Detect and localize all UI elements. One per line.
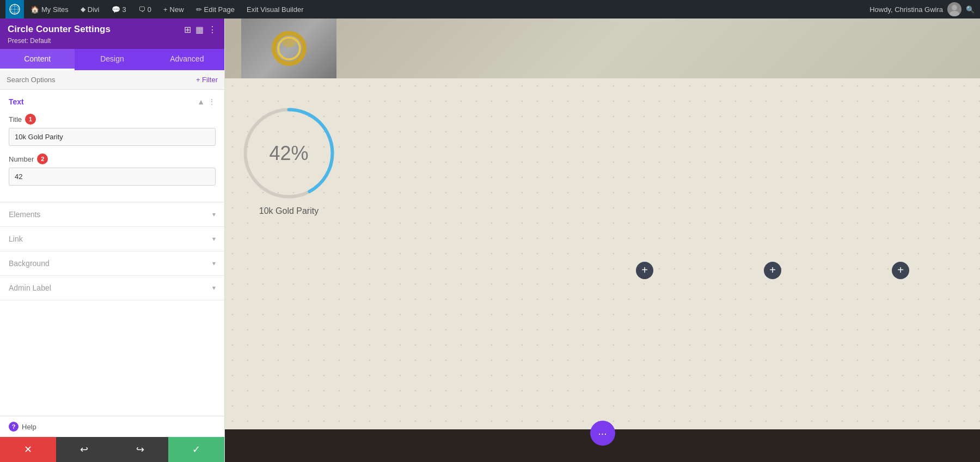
section-text-body: Title 1 Number 2 (0, 114, 224, 202)
title-input[interactable] (9, 128, 216, 146)
section-link: Link ▾ (0, 227, 224, 251)
chevron-down-icon-link[interactable]: ▾ (212, 235, 216, 243)
divi-menu[interactable]: ◆ Divi (76, 0, 104, 19)
svg-point-2 (950, 11, 959, 16)
number-field-label: Number 2 (9, 153, 216, 164)
divi-icon: ◆ (81, 5, 85, 13)
comments2-count: 0 (148, 5, 151, 14)
section-elements: Elements ▾ (0, 202, 224, 227)
add-col-button-2[interactable]: + (764, 262, 781, 279)
preset-dropdown[interactable]: Preset: Default (8, 37, 217, 45)
title-field-row: Title 1 (9, 114, 216, 146)
edit-page-label: Edit Page (204, 5, 235, 14)
redo-button[interactable]: ↪ (112, 437, 168, 462)
section-text-title: Text (9, 97, 24, 106)
canvas-main: 42% 10k Gold Parity + + + + ··· (225, 78, 980, 462)
tab-content-label: Content (24, 54, 51, 63)
exit-builder-menu[interactable]: Exit Visual Builder (242, 0, 308, 19)
circle-counter-label: 10k Gold Parity (259, 206, 318, 216)
section-admin-label: Admin Label ▾ (0, 276, 224, 300)
section-background-header[interactable]: Background ▾ (0, 251, 224, 275)
help-label: Help (22, 423, 36, 431)
sidebar-content: Text ▲ ⋮ Title 1 (0, 90, 224, 416)
svg-point-1 (952, 5, 957, 10)
title-field-label: Title 1 (9, 114, 216, 125)
section-elements-title: Elements (9, 210, 40, 219)
section-text: Text ▲ ⋮ Title 1 (0, 90, 224, 202)
tab-design[interactable]: Design (75, 49, 149, 70)
more-icon[interactable]: ⋮ (208, 24, 217, 35)
new-menu[interactable]: + New (159, 0, 188, 19)
edit-icon: ✏ (196, 5, 202, 14)
admin-bar-right: Howdy, Christina Gwira 🔍 (869, 2, 975, 16)
section-link-title: Link (9, 235, 23, 243)
number-field-row: Number 2 (9, 153, 216, 186)
sidebar-title: Circle Counter Settings (8, 24, 111, 35)
search-icon[interactable]: 🔍 (966, 5, 975, 14)
sidebar-header-icons: ⊞ ▦ ⋮ (184, 24, 217, 35)
help-icon: ? (9, 422, 19, 432)
section-background-title: Background (9, 259, 50, 268)
wp-logo[interactable] (5, 0, 24, 19)
edit-page-menu[interactable]: ✏ Edit Page (192, 0, 239, 19)
canvas: 42% 10k Gold Parity + + + + ··· (225, 19, 980, 462)
divi-label: Divi (88, 5, 100, 14)
search-input[interactable] (7, 76, 192, 84)
add-col-button-3[interactable]: + (892, 262, 909, 279)
comments-count: 3 (122, 5, 126, 14)
search-bar: + Filter (0, 70, 224, 90)
help-bar[interactable]: ? Help (0, 416, 224, 437)
my-sites-label: My Sites (41, 5, 69, 14)
avatar[interactable] (947, 2, 961, 16)
title-label-text: Title (9, 115, 22, 124)
comment-icon: 💬 (112, 5, 120, 14)
filter-label: + Filter (196, 76, 218, 84)
section-text-header[interactable]: Text ▲ ⋮ (0, 90, 224, 114)
resize-icon[interactable]: ⊞ (184, 24, 191, 35)
sidebar-header: Circle Counter Settings ⊞ ▦ ⋮ Preset: De… (0, 19, 224, 49)
tab-advanced-label: Advanced (170, 54, 204, 63)
howdy-text: Howdy, Christina Gwira (869, 5, 943, 14)
new-label: New (170, 5, 184, 14)
columns-icon[interactable]: ▦ (195, 24, 204, 35)
tab-content[interactable]: Content (0, 49, 75, 70)
circle-counter-widget: 42% 10k Gold Parity (241, 106, 336, 216)
number-badge: 2 (37, 153, 48, 164)
section-background: Background ▾ (0, 251, 224, 276)
section-more-icon[interactable]: ⋮ (208, 97, 216, 106)
confirm-button[interactable]: ✓ (168, 437, 224, 462)
add-col-button-1[interactable]: + (636, 262, 653, 279)
home-icon: 🏠 (30, 5, 39, 14)
circle-counter-svg-wrap: 42% (241, 106, 336, 201)
section-elements-header[interactable]: Elements ▾ (0, 202, 224, 226)
my-sites-menu[interactable]: 🏠 My Sites (26, 0, 73, 19)
comments2-menu[interactable]: 🗨 0 (134, 0, 156, 19)
section-text-icons: ▲ ⋮ (197, 97, 216, 106)
section-admin-label-header[interactable]: Admin Label ▾ (0, 276, 224, 300)
comments-menu[interactable]: 💬 3 (107, 0, 131, 19)
undo-button[interactable]: ↩ (56, 437, 112, 462)
canvas-top-image (225, 19, 980, 78)
sidebar-tabs: Content Design Advanced (0, 49, 224, 70)
chevron-down-icon-admin[interactable]: ▾ (212, 284, 216, 292)
title-badge: 1 (25, 114, 36, 125)
filter-button[interactable]: + Filter (196, 76, 218, 84)
section-link-header[interactable]: Link ▾ (0, 227, 224, 251)
number-input[interactable] (9, 168, 216, 186)
chat-icon: 🗨 (138, 5, 145, 14)
floating-menu-icon: ··· (598, 427, 607, 440)
sidebar: Circle Counter Settings ⊞ ▦ ⋮ Preset: De… (0, 19, 225, 462)
floating-menu-button[interactable]: ··· (590, 421, 615, 446)
chevron-down-icon-background[interactable]: ▾ (212, 260, 216, 267)
wp-admin-bar: 🏠 My Sites ◆ Divi 💬 3 🗨 0 + New ✏ Edit P… (0, 0, 980, 19)
exit-builder-label: Exit Visual Builder (247, 5, 304, 14)
action-bar: ✕ ↩ ↪ ✓ (0, 437, 224, 462)
plus-icon: + (163, 5, 168, 14)
top-image-placeholder (241, 19, 336, 78)
chevron-up-icon[interactable]: ▲ (197, 97, 205, 106)
tab-advanced[interactable]: Advanced (150, 49, 224, 70)
chevron-down-icon-elements[interactable]: ▾ (212, 211, 216, 218)
sidebar-bottom: ? Help ✕ ↩ ↪ ✓ (0, 416, 224, 462)
circle-counter-value: 42% (269, 142, 308, 165)
cancel-button[interactable]: ✕ (0, 437, 56, 462)
